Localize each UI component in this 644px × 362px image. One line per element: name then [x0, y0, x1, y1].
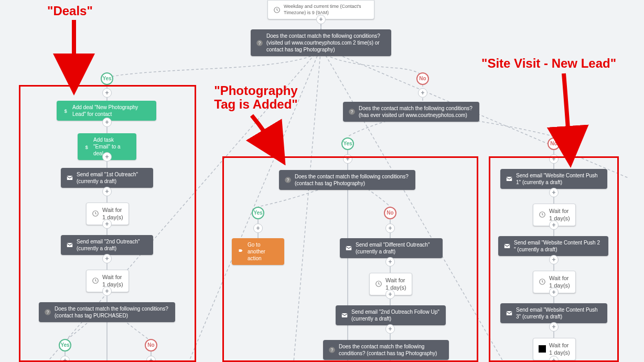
mail-icon: [506, 310, 513, 317]
mail-icon: [66, 174, 73, 182]
svg-text:?: ?: [351, 110, 353, 114]
add-step-button[interactable]: +: [385, 257, 395, 267]
add-step-button[interactable]: +: [102, 88, 112, 98]
add-step-button[interactable]: +: [418, 88, 427, 98]
clock-icon: [92, 277, 99, 284]
branch-yes: Yes: [341, 137, 354, 150]
add-step-button[interactable]: +: [102, 286, 112, 296]
clock-icon: [375, 280, 382, 288]
add-step-button[interactable]: +: [549, 356, 559, 362]
clock-icon: [539, 278, 546, 285]
add-step-button[interactable]: +: [102, 187, 112, 196]
svg-text:$: $: [85, 144, 88, 150]
add-step-button[interactable]: +: [549, 288, 559, 297]
node-label: Send email "2nd Outreach" (currently a d…: [77, 238, 148, 252]
node-label: Does the contact match the following con…: [266, 33, 386, 53]
dollar-icon: $: [83, 143, 90, 151]
branch-yes: Yes: [101, 72, 113, 85]
annotation-site-visit: "Site Visit - New Lead": [481, 57, 616, 70]
node-label: Does the contact match the following con…: [295, 173, 410, 187]
condition-node-visited[interactable]: ? Does the contact match the following c…: [343, 102, 479, 122]
node-label: Does the contact match the following con…: [55, 305, 170, 319]
branch-yes: Yes: [59, 339, 71, 352]
question-icon: ?: [44, 308, 51, 316]
add-step-button[interactable]: +: [316, 15, 326, 24]
add-step-button[interactable]: +: [253, 223, 263, 233]
condition-node-photo-url[interactable]: ? Does the contact match the following c…: [251, 29, 391, 56]
node-label: Send email "1st Outreach" (currently a d…: [77, 171, 148, 185]
question-icon: ?: [328, 346, 336, 354]
node-label: Send email "Website Content Push 3" (cur…: [516, 306, 602, 320]
goto-icon: [237, 248, 244, 255]
add-step-button[interactable]: +: [102, 254, 112, 263]
branch-no: No: [145, 339, 157, 352]
node-label: Weekday and current time (Contact's Time…: [284, 4, 369, 16]
branch-yes: Yes: [252, 207, 264, 219]
node-label: Add task "Email" to a deal: [93, 136, 131, 157]
send-email-node[interactable]: Send email "Website Content Push 1" (cur…: [500, 169, 607, 189]
node-label: Send email "Website Content Push 2 " (cu…: [514, 239, 603, 253]
branch-no: No: [548, 137, 560, 150]
add-step-button[interactable]: +: [343, 154, 352, 164]
mail-icon: [341, 312, 348, 319]
add-step-button[interactable]: +: [60, 356, 70, 362]
add-step-button[interactable]: +: [549, 255, 559, 264]
mail-icon: [503, 242, 511, 250]
svg-text:?: ?: [287, 178, 289, 183]
add-step-button[interactable]: +: [549, 220, 559, 230]
node-label: Send email "2nd Outreach Follow Up" (cur…: [351, 308, 441, 322]
condition-node-photo-tag[interactable]: ? Does the contact match the following c…: [279, 170, 415, 190]
goto-action-node[interactable]: Go to another action: [232, 238, 284, 265]
node-label: Go to another action: [248, 241, 279, 262]
node-label: Does the contact match the following con…: [339, 343, 444, 357]
annotation-deals: "Deals": [47, 4, 93, 18]
dollar-icon: $: [62, 107, 69, 114]
send-email-node[interactable]: Send email "Website Content Push 3" (cur…: [500, 303, 607, 323]
clock-icon: [92, 210, 99, 217]
mail-icon: [345, 244, 352, 252]
send-email-node[interactable]: Send email "Different Outreach" (current…: [340, 238, 443, 258]
question-icon: ?: [284, 176, 292, 184]
svg-text:?: ?: [259, 40, 261, 45]
svg-text:?: ?: [47, 310, 49, 315]
add-step-button[interactable]: +: [102, 152, 112, 162]
add-step-button[interactable]: +: [549, 322, 559, 332]
condition-node-photo-tag-2[interactable]: ? Does the contact match the following c…: [323, 340, 449, 360]
branch-no: No: [384, 207, 396, 219]
clock-icon: [539, 211, 546, 218]
clock-icon: [539, 345, 546, 353]
add-step-button[interactable]: +: [146, 356, 156, 362]
clock-icon: [273, 6, 281, 14]
annotation-photo-tag: "Photography Tag is Added": [203, 84, 308, 112]
mail-icon: [66, 241, 73, 249]
add-step-button[interactable]: +: [385, 324, 395, 334]
add-step-button[interactable]: +: [385, 223, 395, 233]
add-step-button[interactable]: +: [549, 188, 559, 197]
branch-no: No: [416, 72, 429, 85]
svg-text:$: $: [64, 109, 67, 114]
node-label: Send email "Different Outreach" (current…: [356, 241, 437, 255]
question-icon: ?: [348, 108, 356, 115]
send-email-node[interactable]: Send email "2nd Outreach" (currently a d…: [61, 235, 153, 255]
node-label: Add deal "New Photography Lead" for cont…: [72, 104, 151, 118]
question-icon: ?: [256, 39, 263, 47]
mail-icon: [506, 175, 513, 183]
send-email-node[interactable]: Send email "1st Outreach" (currently a d…: [61, 168, 153, 188]
send-email-node[interactable]: Send email "2nd Outreach Follow Up" (cur…: [336, 305, 446, 325]
node-label: Send email "Website Content Push 1" (cur…: [516, 172, 602, 186]
add-step-button[interactable]: +: [549, 154, 559, 164]
send-email-node[interactable]: Send email "Website Content Push 2 " (cu…: [498, 236, 608, 256]
node-label: Wait for 1 day(s): [549, 342, 570, 357]
add-step-button[interactable]: +: [102, 219, 112, 229]
svg-point-25: [539, 345, 546, 353]
add-step-button[interactable]: +: [102, 118, 112, 127]
add-step-button[interactable]: +: [385, 290, 395, 299]
condition-node-purchased[interactable]: ? Does the contact match the following c…: [39, 302, 175, 322]
svg-text:?: ?: [331, 348, 334, 353]
node-label: Does the contact match the following con…: [359, 105, 474, 119]
